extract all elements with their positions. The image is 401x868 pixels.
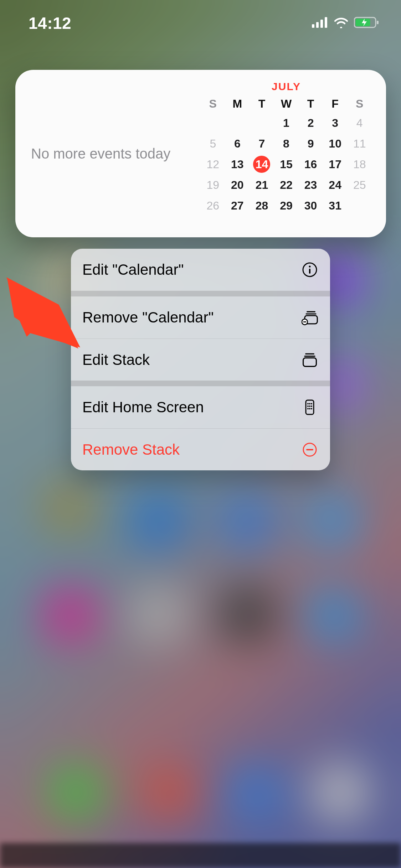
svg-rect-18 [306,400,314,414]
menu-separator [71,381,330,386]
wifi-icon [333,17,349,30]
calendar-day-cell: 19 [201,175,225,195]
calendar-day-cell: 2 [298,113,323,133]
calendar-day-cell: 12 [201,154,225,175]
svg-rect-14 [303,321,306,322]
svg-point-20 [309,403,310,404]
calendar-day-cell [201,113,225,133]
widget-context-menu: Edit "Calendar" Remove "Calendar" Edit S… [71,249,330,470]
calendar-day-cell [347,195,372,216]
calendar-day-header: W [274,95,299,113]
dock-bottom-edge [0,843,401,868]
calendar-month-pane: JULY SMTWTFS1234567891011121314151617181… [201,70,386,237]
calendar-day-cell: 30 [298,195,323,216]
svg-rect-0 [312,24,314,28]
calendar-day-cell: 7 [250,133,274,154]
calendar-day-cell: 8 [274,133,299,154]
calendar-day-header: F [323,95,348,113]
stack-icon [301,351,319,369]
calendar-day-cell: 5 [201,133,225,154]
calendar-no-events-message: No more events today [31,146,170,162]
calendar-day-cell: 28 [250,195,274,216]
svg-point-24 [311,405,312,407]
calendar-day-cell: 21 [250,175,274,195]
phone-apps-icon [301,398,319,416]
calendar-day-cell: 4 [347,113,372,133]
calendar-day-cell: 10 [323,133,348,154]
home-screen: 14:12 [0,0,401,868]
menu-separator [71,291,330,296]
menu-item-label: Edit Home Screen [82,399,204,416]
calendar-day-header: T [298,95,323,113]
calendar-events-pane: No more events today [15,70,201,237]
calendar-day-cell: 25 [347,175,372,195]
calendar-day-cell: 16 [298,154,323,175]
calendar-day-cell: 1 [274,113,299,133]
status-indicators [312,16,380,30]
menu-edit-stack[interactable]: Edit Stack [71,339,330,381]
calendar-day-cell: 23 [298,175,323,195]
svg-rect-3 [325,17,327,28]
svg-rect-29 [306,449,313,450]
status-bar: 14:12 [0,0,401,46]
svg-rect-6 [377,21,379,24]
calendar-day-header: M [225,95,250,113]
svg-rect-10 [307,311,315,312]
menu-item-label: Edit Stack [82,351,150,368]
svg-rect-15 [305,353,314,354]
calendar-day-cell: 17 [323,154,348,175]
svg-rect-11 [306,314,317,315]
menu-remove-stack[interactable]: Remove Stack [71,428,330,470]
menu-remove-calendar[interactable]: Remove "Calendar" [71,296,330,339]
calendar-day-cell: 15 [274,154,299,175]
remove-stack-item-icon [301,309,319,326]
calendar-day-cell: 6 [225,133,250,154]
menu-item-label: Edit "Calendar" [82,261,184,278]
minus-circle-icon [301,441,319,459]
calendar-today-cell: 14 [250,154,274,175]
calendar-day-cell: 20 [225,175,250,195]
svg-point-26 [309,408,310,409]
svg-rect-9 [309,269,310,274]
calendar-day-cell: 9 [298,133,323,154]
svg-point-8 [309,266,311,268]
calendar-day-cell [250,113,274,133]
calendar-day-header: S [201,95,225,113]
calendar-day-cell: 18 [347,154,372,175]
status-time: 14:12 [29,14,71,33]
battery-charging-icon [354,16,380,30]
calendar-day-header: T [250,95,274,113]
menu-edit-calendar[interactable]: Edit "Calendar" [71,249,330,291]
svg-rect-17 [303,358,317,366]
svg-point-19 [307,403,309,404]
info-circle-icon [301,261,319,279]
svg-rect-16 [304,356,315,357]
annotation-arrow [0,274,86,356]
svg-rect-2 [320,20,323,28]
svg-rect-1 [316,22,319,28]
calendar-day-cell: 27 [225,195,250,216]
svg-point-22 [307,405,309,407]
calendar-day-cell: 13 [225,154,250,175]
calendar-day-cell: 22 [274,175,299,195]
calendar-month-label: JULY [201,81,372,93]
calendar-day-cell: 26 [201,195,225,216]
calendar-day-cell: 29 [274,195,299,216]
calendar-day-cell: 31 [323,195,348,216]
calendar-day-cell [225,113,250,133]
svg-point-27 [311,408,312,409]
svg-point-25 [307,408,309,409]
cellular-signal-icon [312,17,328,29]
svg-point-23 [309,405,310,407]
calendar-widget[interactable]: No more events today JULY SMTWTFS1234567… [15,70,386,237]
calendar-grid: SMTWTFS123456789101112131415161718192021… [201,95,372,216]
menu-item-label: Remove Stack [82,441,180,458]
calendar-day-header: S [347,95,372,113]
calendar-day-cell: 11 [347,133,372,154]
menu-edit-home-screen[interactable]: Edit Home Screen [71,386,330,428]
calendar-day-cell: 3 [323,113,348,133]
calendar-day-cell: 24 [323,175,348,195]
menu-item-label: Remove "Calendar" [82,309,214,326]
svg-point-21 [311,403,312,404]
